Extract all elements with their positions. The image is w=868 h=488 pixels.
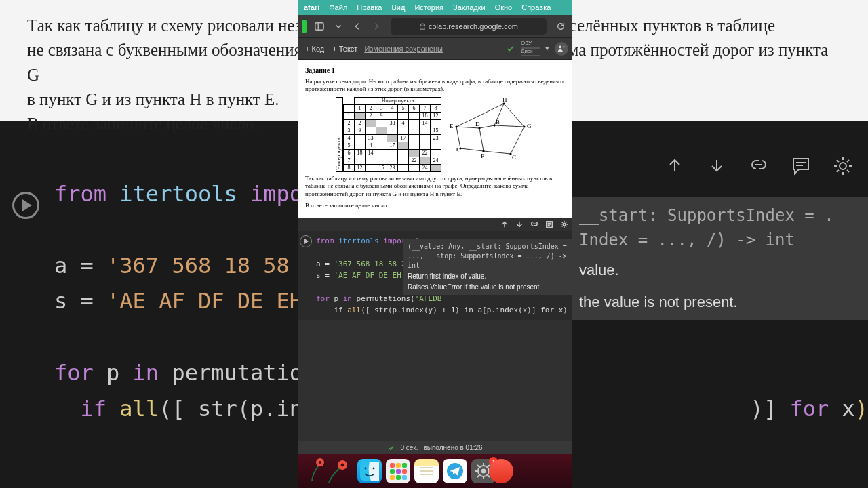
svg-point-41 <box>365 468 367 470</box>
svg-text:H: H <box>502 97 507 103</box>
svg-text:D: D <box>475 121 480 127</box>
link-icon <box>747 155 770 178</box>
svg-point-0 <box>840 163 846 169</box>
svg-point-35 <box>563 223 566 226</box>
move-up-icon[interactable] <box>500 220 509 228</box>
svg-text:B: B <box>496 119 500 125</box>
add-code-button[interactable]: + Код <box>302 43 327 54</box>
svg-point-3 <box>559 45 561 48</box>
svg-line-16 <box>511 127 524 154</box>
menu-item[interactable]: Правка <box>357 3 382 12</box>
svg-point-32 <box>455 125 457 127</box>
finder-icon[interactable] <box>357 459 382 483</box>
colab-toolbar: + Код + Текст Изменения сохранены ОЗУ Ди… <box>298 38 572 60</box>
runtime-dropdown[interactable]: ▾ <box>545 44 549 53</box>
address-bar[interactable]: colab.research.google.com <box>391 18 547 35</box>
tooltip-desc: Raises ValueError if the value is not pr… <box>408 283 568 292</box>
exec-at: выполнено в 01:26 <box>423 444 482 451</box>
safari-toolbar: colab.research.google.com <box>298 15 572 38</box>
add-text-button[interactable]: + Текст <box>330 43 360 54</box>
sidebar-toggle-icon[interactable] <box>312 19 327 34</box>
svg-line-7 <box>456 127 460 148</box>
svg-line-11 <box>479 125 494 128</box>
app-name[interactable]: afari <box>304 3 319 12</box>
forward-button <box>369 19 384 34</box>
traffic-light-edge <box>302 20 307 33</box>
gear-icon[interactable] <box>560 220 568 228</box>
reload-icon[interactable] <box>553 19 568 34</box>
check-icon <box>388 445 395 451</box>
run-cell-button[interactable] <box>298 231 313 320</box>
share-avatar-icon[interactable] <box>555 42 568 56</box>
svg-line-15 <box>504 104 524 127</box>
svg-rect-1 <box>315 22 323 30</box>
row-axis-label: Номер пункта <box>336 97 343 172</box>
svg-text:C: C <box>512 154 516 161</box>
menu-item[interactable]: Файл <box>329 3 347 12</box>
launchpad-icon[interactable] <box>386 459 410 483</box>
code-cell[interactable]: from itertools import * a = '367 568 18 … <box>298 231 572 320</box>
cell-action-bar <box>298 218 572 231</box>
bg-cell-toolbar <box>663 155 854 178</box>
move-down-icon[interactable] <box>515 220 524 228</box>
back-button[interactable] <box>350 19 365 34</box>
menu-item[interactable]: Справка <box>521 3 551 12</box>
bg-tooltip: __start: SupportsIndex = . Index = ..., … <box>570 197 868 320</box>
link-icon[interactable] <box>530 220 538 228</box>
empty-area <box>298 320 572 441</box>
arrow-up-icon <box>663 155 686 178</box>
exec-time: 0 сек. <box>400 444 418 451</box>
svg-line-53 <box>477 465 479 467</box>
check-icon <box>506 44 515 54</box>
notes-icon[interactable] <box>414 459 439 483</box>
svg-line-14 <box>494 125 524 127</box>
svg-point-48 <box>481 469 486 474</box>
execution-status-bar: 0 сек. выполнено в 01:26 <box>298 441 572 454</box>
telegram-icon[interactable] <box>443 459 467 483</box>
signature-tooltip: (__value: Any, __start: SupportsIndex = … <box>403 239 572 295</box>
task-paragraph: Так как таблицу и схему рисовали независ… <box>305 175 567 198</box>
arrow-down-icon <box>705 155 728 178</box>
menu-item[interactable]: Окно <box>495 3 513 12</box>
svg-line-17 <box>484 151 511 154</box>
chevron-down-icon[interactable] <box>331 19 346 34</box>
resource-indicator[interactable]: ОЗУ Диск <box>521 41 540 56</box>
notebook-text-cell: Задание 1 На рисунке схема дорог Н-ского… <box>298 60 572 218</box>
svg-line-8 <box>460 148 484 151</box>
task-paragraph: На рисунке схема дорог Н-ского района из… <box>305 78 567 94</box>
bg-play-icon <box>12 192 39 219</box>
svg-point-18 <box>459 147 461 149</box>
tooltip-desc: Return first index of value. <box>408 272 568 281</box>
svg-point-37 <box>319 461 321 464</box>
svg-point-24 <box>523 125 525 127</box>
svg-text:E: E <box>450 123 454 129</box>
gear-icon <box>831 155 854 178</box>
svg-line-55 <box>477 475 479 477</box>
svg-point-39 <box>341 464 344 467</box>
url-text: colab.research.google.com <box>429 22 518 30</box>
task-title: Задание 1 <box>305 66 567 75</box>
adjacency-table: Номер пункта 12345678 129181222334143915… <box>343 97 441 172</box>
tooltip-signature: (__value: Any, __start: SupportsIndex = … <box>408 242 568 270</box>
task-paragraph: В ответе запишите целое число. <box>305 202 567 209</box>
macos-dock: 1 <box>298 454 572 488</box>
lock-icon <box>419 23 426 30</box>
save-status[interactable]: Изменения сохранены <box>364 45 443 53</box>
edit-icon[interactable] <box>545 220 553 228</box>
svg-text:G: G <box>527 123 532 129</box>
road-graph: A F C G H B D E <box>448 97 536 165</box>
menu-item[interactable]: Закладки <box>453 3 486 12</box>
comment-icon <box>789 155 812 178</box>
menu-item[interactable]: История <box>414 3 443 12</box>
bg-hint-sig: Index = ..., /) -> int <box>579 228 859 252</box>
app-icon-partial[interactable] <box>489 459 513 483</box>
svg-text:F: F <box>481 152 484 159</box>
svg-point-42 <box>373 468 375 470</box>
macos-menubar[interactable]: afari Файл Правка Вид История Закладки О… <box>298 0 572 15</box>
bg-hint-sig: __start: SupportsIndex = . <box>579 203 859 228</box>
menu-item[interactable]: Вид <box>391 3 405 12</box>
svg-text:A: A <box>455 147 460 154</box>
device-frame: afari Файл Правка Вид История Закладки О… <box>298 0 572 488</box>
svg-line-9 <box>479 128 484 151</box>
wallpaper-flower <box>305 457 353 484</box>
